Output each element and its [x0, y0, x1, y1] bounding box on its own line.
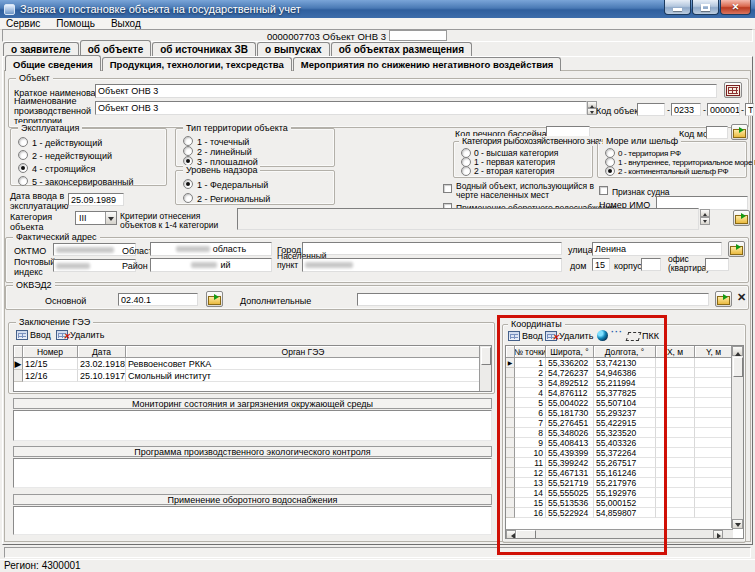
redacted-value: [305, 262, 353, 268]
coords-table-row[interactable]: 3 54,892512 55,211994: [506, 378, 743, 388]
coords-table-row[interactable]: 16 55,522924 54,859807: [506, 508, 743, 518]
close-button[interactable]: ✕: [720, 0, 751, 15]
coords-table-row[interactable]: 13 55,521719 55,217976: [506, 478, 743, 488]
monitoring-textarea[interactable]: [13, 410, 492, 441]
criteria-lookup-button[interactable]: [733, 210, 750, 226]
coords-table-row[interactable]: 8 55,348026 55,323520: [506, 428, 743, 438]
radio-regionalnyy[interactable]: [183, 193, 193, 203]
building-input[interactable]: [641, 258, 661, 271]
object-code-part2[interactable]: 0233: [671, 103, 701, 116]
okved-main-label: Основной: [45, 296, 86, 306]
coords-table-row[interactable]: 14 55,555025 55,192976: [506, 488, 743, 498]
vessel-checkbox[interactable]: [599, 186, 608, 195]
coords-table-row[interactable]: 4 54,876112 55,377825: [506, 388, 743, 398]
radio-tochechnyy[interactable]: [183, 136, 193, 146]
radio-federalnyy[interactable]: [183, 179, 193, 189]
code-separator: -: [741, 105, 744, 115]
coords-table-row[interactable]: 5 55,004022 55,507104: [506, 398, 743, 408]
settlement-input[interactable]: [302, 258, 562, 272]
coords-table-row[interactable]: 2 54,726237 54,946386: [506, 368, 743, 378]
radio-lineynyy[interactable]: [183, 146, 193, 156]
short-name-input[interactable]: Объект ОНВ 3: [95, 84, 717, 98]
gee-table-row[interactable]: ▶ 12/15 23.02.1918 Реввоенсовет РККА: [14, 358, 491, 370]
coords-table-row[interactable]: 7 55,276451 55,422915: [506, 418, 743, 428]
territory-name-input[interactable]: Объект ОНВ 3: [95, 101, 587, 115]
okved-main-input[interactable]: 02.40.1: [118, 293, 198, 306]
street-input[interactable]: Ленина: [592, 242, 722, 256]
scroll-left-button[interactable]: [506, 530, 516, 539]
minimize-button[interactable]: [664, 0, 691, 15]
radio-nedeystvuyuschiy[interactable]: [18, 150, 28, 160]
window-title: Заявка о постановке объекта на государст…: [20, 3, 301, 15]
menu-vykhod[interactable]: Выход: [111, 18, 141, 29]
sub-tabs: Общие сведения Продукция, технологии, те…: [5, 57, 562, 71]
radio-stroyaschiysya[interactable]: [18, 163, 28, 173]
category-combobox[interactable]: III: [75, 211, 117, 225]
house-input[interactable]: 15: [592, 258, 610, 271]
criteria-spinner[interactable]: [700, 209, 710, 225]
radio-zakonservirovannyy[interactable]: [18, 176, 28, 186]
coords-table-row[interactable]: 12 55,467131 55,161246: [506, 468, 743, 478]
scroll-up-button[interactable]: [732, 346, 743, 356]
coords-table-row[interactable]: 11 55,399242 55,267517: [506, 458, 743, 468]
coords-table-row[interactable]: 6 55,181730 55,293237: [506, 408, 743, 418]
commissioning-date-input[interactable]: 25.09.1989: [68, 193, 124, 206]
gee-delete-button[interactable]: ✕Удалить: [56, 330, 104, 340]
scrollbar-thumb[interactable]: [516, 530, 536, 539]
scroll-right-button[interactable]: [713, 530, 723, 539]
coords-table-row[interactable]: 10 55,439399 55,372264: [506, 448, 743, 458]
object-code-part1[interactable]: [637, 103, 665, 116]
map-dots[interactable]: ···: [611, 327, 623, 337]
sea-lookup-button[interactable]: [731, 124, 748, 140]
chevron-down-icon[interactable]: [105, 212, 116, 224]
coords-add-button[interactable]: Ввод: [508, 331, 543, 341]
office-input[interactable]: [705, 258, 729, 271]
object-code-part3[interactable]: 000001: [707, 103, 740, 116]
clear-button[interactable]: ✕: [737, 292, 746, 303]
scrollbar-thumb[interactable]: [481, 347, 491, 365]
tab-vypuski[interactable]: о выпусках: [257, 42, 330, 56]
coords-table-row[interactable]: 9 55,408413 55,403326: [506, 438, 743, 448]
coords-horizontal-scrollbar[interactable]: [506, 529, 733, 539]
tab-obekty-razmescheniya[interactable]: об объектах размещения: [331, 42, 472, 56]
maximize-button[interactable]: [692, 0, 719, 15]
coords-table-row[interactable]: ▶ 1 55,336202 53,742130: [506, 358, 743, 368]
map-globe-icon[interactable]: [597, 330, 608, 341]
grid-lookup-button[interactable]: [724, 82, 742, 98]
pkk-button[interactable]: ПКК: [627, 331, 659, 341]
menu-pomosch[interactable]: Помощь: [56, 18, 95, 29]
water-recycling-textarea[interactable]: [13, 506, 492, 535]
okved-additional-input[interactable]: [357, 293, 709, 306]
tab-meropriyatiya[interactable]: Мероприятия по снижению негативного возд…: [293, 57, 562, 71]
eco-program-textarea[interactable]: [13, 458, 492, 488]
okved-lookup-button[interactable]: [206, 291, 223, 307]
okved-additional-lookup-button[interactable]: [715, 291, 732, 307]
header-input[interactable]: [389, 30, 447, 41]
tab-istochniki-zv[interactable]: об источниках ЗВ: [152, 42, 256, 56]
menu-servis[interactable]: Сервис: [6, 18, 40, 29]
coords-vertical-scrollbar[interactable]: [731, 346, 743, 528]
gorod-input[interactable]: [302, 242, 562, 255]
sea-code-input[interactable]: [706, 126, 728, 139]
gee-table-row[interactable]: 12/16 25.10.1917 Смольный институт: [14, 370, 491, 382]
rayon-input[interactable]: ий: [150, 258, 272, 272]
tab-produkciya[interactable]: Продукция, технологии, техсредства: [102, 57, 292, 71]
tab-zayavitel[interactable]: о заявителе: [3, 42, 79, 56]
scrollbar-thumb[interactable]: [733, 357, 743, 377]
water-object-checkbox[interactable]: [443, 184, 452, 193]
street-lookup-button[interactable]: [728, 241, 745, 257]
coordinates-legend: Координаты: [508, 319, 565, 329]
radio-kontinentalnyy-shelf[interactable]: [605, 166, 615, 176]
scroll-down-button[interactable]: [732, 519, 743, 529]
tab-obschie-svedeniya[interactable]: Общие сведения: [5, 55, 101, 71]
tab-ob-obekte[interactable]: об объекте: [80, 40, 152, 56]
radio-deystvuyuschiy[interactable]: [18, 137, 28, 147]
coords-table-row[interactable]: 15 55,513536 55,000152: [506, 498, 743, 508]
object-code-part4[interactable]: Т: [745, 103, 754, 116]
gee-add-button[interactable]: Ввод: [16, 330, 51, 340]
coords-delete-button[interactable]: ✕Удалить: [545, 331, 593, 341]
oblast-input[interactable]: область: [150, 242, 272, 256]
gee-vertical-scrollbar[interactable]: [479, 346, 491, 391]
radio-vtoraya[interactable]: [461, 166, 471, 176]
row-marker-icon: ▶: [14, 358, 23, 370]
